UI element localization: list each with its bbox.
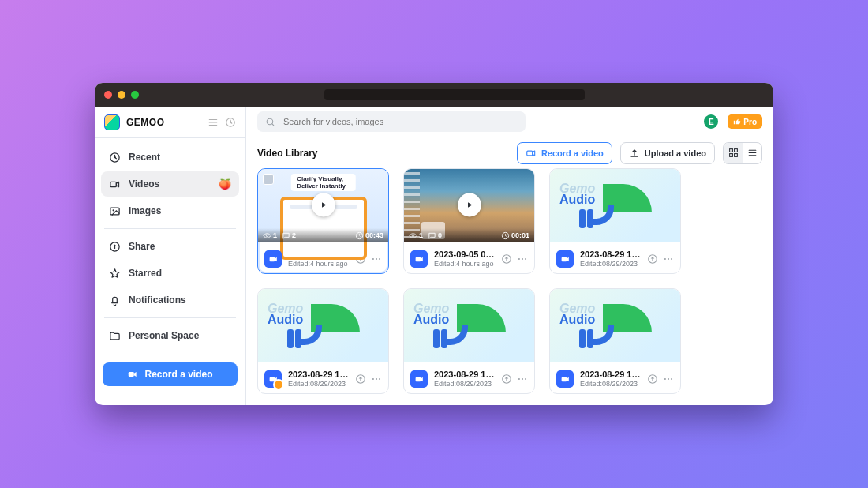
svg-point-35 <box>376 378 377 380</box>
pro-badge[interactable]: Pro <box>728 114 762 129</box>
star-icon <box>109 268 121 280</box>
play-button[interactable] <box>312 193 335 216</box>
play-icon <box>317 198 330 211</box>
record-button-sidebar[interactable]: Record a video <box>103 362 238 386</box>
image-icon <box>109 205 121 217</box>
minimize-dot[interactable] <box>118 91 125 99</box>
more-action[interactable] <box>517 253 528 265</box>
share-action[interactable] <box>647 253 658 265</box>
sidebar-item-label: Personal Space <box>129 330 199 341</box>
history-icon[interactable] <box>225 117 236 128</box>
sidebar-item-personal-space[interactable]: Personal Space <box>101 323 239 348</box>
more-action[interactable] <box>663 253 674 265</box>
svg-rect-22 <box>415 257 421 261</box>
views-count: 1 <box>273 231 277 239</box>
video-grid: Clarify Visually, Deliver Instantly 1 2 … <box>246 168 773 405</box>
video-card[interactable]: Clarify Visually, Deliver Instantly 1 2 … <box>257 168 389 274</box>
dots-icon <box>663 374 674 385</box>
video-card[interactable]: GemoAudio 2023-08-29 12:29… Edited:08/29… <box>403 288 535 394</box>
thumbnail[interactable]: GemoAudio <box>550 289 680 362</box>
card-meta: 2023-08-29 12:26:… Edited:08/29/2023 <box>550 362 680 394</box>
video-card[interactable]: 1 0 00:01 2023-09-05 09:24… Edited:4 hou… <box>403 168 535 274</box>
more-action[interactable] <box>663 374 674 385</box>
svg-rect-15 <box>269 257 275 261</box>
more-action[interactable] <box>371 253 382 265</box>
camcorder-icon <box>127 369 138 380</box>
videoSolid-icon <box>560 374 571 385</box>
video-title: 2023-08-29 12:26:… <box>580 370 641 380</box>
svg-point-26 <box>525 258 526 260</box>
svg-point-4 <box>113 209 114 211</box>
card-meta: 2023-08-29 12:29:… Edited:08/29/2023 <box>550 242 680 274</box>
search-input[interactable] <box>282 116 518 127</box>
record-button-main-label: Record a video <box>541 148 604 158</box>
sidebar-item-images[interactable]: Images <box>101 198 239 223</box>
svg-rect-11 <box>729 154 732 157</box>
svg-point-45 <box>668 378 669 380</box>
view-toggle <box>723 142 762 164</box>
share-icon <box>109 241 121 253</box>
menu-icon[interactable] <box>208 117 219 128</box>
list-view-button[interactable] <box>743 143 761 163</box>
link-icon <box>355 374 366 385</box>
video-subtitle: Edited:08/29/2023 <box>288 380 349 389</box>
video-title: 2023-08-29 12:29:… <box>580 250 641 260</box>
address-bar[interactable] <box>324 89 585 100</box>
sidebar-item-recent[interactable]: Recent <box>101 145 239 170</box>
thumb-overlay: 1 2 00:43 <box>258 228 388 242</box>
thumbnail[interactable]: GemoAudio <box>258 289 388 362</box>
video-card[interactable]: GemoAudio 2023-08-29 12:29:… Edited:08/2… <box>549 168 681 274</box>
video-subtitle: Edited:08/29/2023 <box>434 380 495 389</box>
page-title: Video Library <box>257 148 317 159</box>
videoSolid-icon <box>414 254 425 265</box>
svg-point-34 <box>372 378 374 380</box>
thumbnail[interactable]: GemoAudio <box>404 289 534 362</box>
sidebar-item-notifications[interactable]: Notifications <box>101 287 239 313</box>
video-title: 2023-09-05 09:24… <box>434 250 495 260</box>
comments-count: 2 <box>292 231 296 239</box>
svg-point-40 <box>522 378 523 380</box>
play-button[interactable] <box>458 193 481 216</box>
search-input-wrap[interactable] <box>257 111 526 132</box>
pro-badge-label: Pro <box>743 118 757 126</box>
thumbnail[interactable]: GemoAudio <box>550 169 680 242</box>
promo-banner: Clarify Visually, Deliver Instantly <box>290 174 356 191</box>
upload-button[interactable]: Upload a video <box>620 142 715 164</box>
video-title: 2023-08-29 12:29… <box>434 370 495 380</box>
video-type-icon <box>556 250 574 268</box>
search-icon <box>265 117 275 127</box>
select-checkbox[interactable] <box>263 174 274 185</box>
more-action[interactable] <box>371 374 382 385</box>
record-button-main[interactable]: Record a video <box>517 142 612 164</box>
link-icon <box>647 253 658 265</box>
share-action[interactable] <box>501 253 512 265</box>
audio-art: GemoAudio <box>579 304 652 348</box>
upload-icon <box>629 148 640 159</box>
video-card[interactable]: GemoAudio 2023-08-29 12:29:… Edited:08/2… <box>257 288 389 394</box>
sidebar-item-label: Share <box>129 241 155 252</box>
share-action[interactable] <box>501 374 512 385</box>
titlebar <box>95 83 773 107</box>
svg-rect-32 <box>269 377 275 381</box>
maximize-dot[interactable] <box>131 91 139 99</box>
sidebar-item-videos[interactable]: Videos 🍑 <box>101 171 239 197</box>
thumbnail[interactable]: 1 0 00:01 <box>404 169 534 242</box>
audio-art: GemoAudio <box>287 304 360 348</box>
svg-rect-8 <box>527 151 533 156</box>
share-action[interactable] <box>355 374 366 385</box>
close-dot[interactable] <box>104 91 112 99</box>
grid-view-button[interactable] <box>724 143 743 163</box>
sidebar-item-starred[interactable]: Starred <box>101 261 239 286</box>
video-subtitle: Edited:08/29/2023 <box>580 380 641 389</box>
link-icon <box>501 253 512 265</box>
thumbnail[interactable]: Clarify Visually, Deliver Instantly 1 2 … <box>258 169 388 242</box>
svg-point-18 <box>376 258 377 260</box>
video-card[interactable]: GemoAudio 2023-08-29 12:26:… Edited:08/2… <box>549 288 681 394</box>
more-action[interactable] <box>517 374 528 385</box>
audio-art: GemoAudio <box>579 184 652 228</box>
avatar[interactable]: E <box>704 114 718 129</box>
sidebar-item-share[interactable]: Share <box>101 234 239 259</box>
svg-point-29 <box>664 258 666 260</box>
share-action[interactable] <box>647 374 658 385</box>
views-count: 1 <box>419 231 423 239</box>
